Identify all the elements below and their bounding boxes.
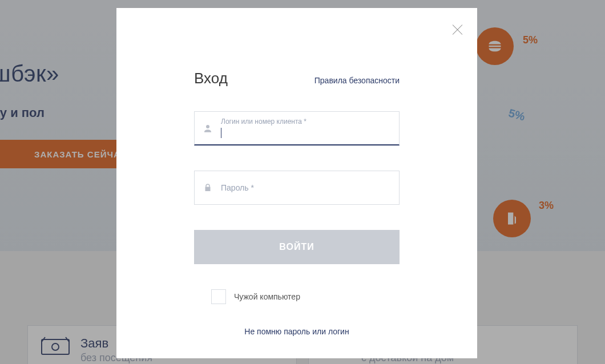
text-caret xyxy=(221,128,221,138)
modal-title: Вход xyxy=(194,70,228,87)
submit-button[interactable]: ВОЙТИ xyxy=(194,230,400,264)
login-modal: Вход Правила безопасности Логин или номе… xyxy=(116,8,477,358)
foreign-pc-checkbox[interactable] xyxy=(211,289,226,304)
login-label: Логин или номер клиента * xyxy=(221,118,306,126)
user-icon xyxy=(203,123,213,134)
foreign-pc-label: Чужой компьютер xyxy=(234,292,300,301)
login-input[interactable] xyxy=(221,126,390,136)
lock-icon xyxy=(203,183,213,193)
security-rules-link[interactable]: Правила безопасности xyxy=(314,76,400,85)
password-field[interactable]: Пароль * xyxy=(194,171,400,205)
forgot-link[interactable]: Не помню пароль или логин xyxy=(194,327,400,336)
close-icon[interactable] xyxy=(451,23,465,37)
password-label: Пароль * xyxy=(221,183,254,192)
modal-header: Вход Правила безопасности xyxy=(194,70,400,87)
login-field[interactable]: Логин или номер клиента * xyxy=(194,111,400,145)
foreign-pc-row: Чужой компьютер xyxy=(194,289,400,304)
